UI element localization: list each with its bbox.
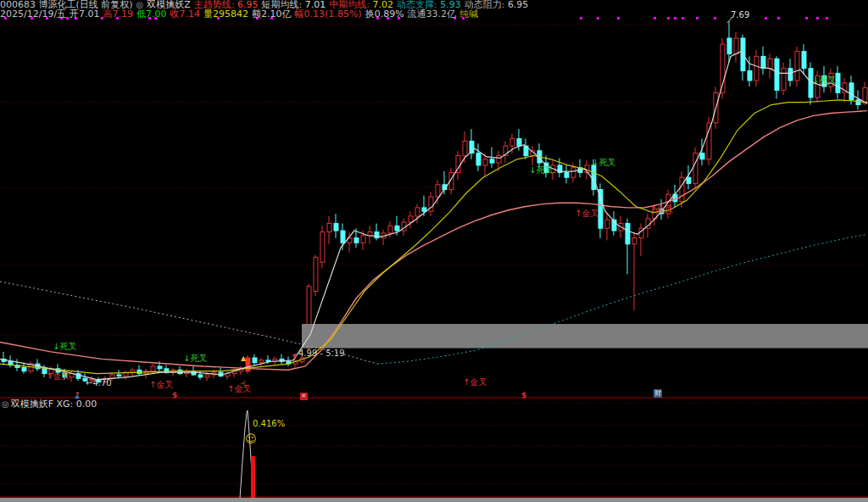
quote-field-3: 低7.00 bbox=[136, 8, 167, 20]
quote-field-8: 换0.89% bbox=[365, 8, 404, 20]
stock-chart-window: 000683 博源化工(日线 前复权)◎双模擒妖Z主趋势线: 6.95短期均线:… bbox=[0, 0, 868, 502]
info-line-2: 2025/12/19/五开7.01高7.19低7.00收7.14量295842额… bbox=[0, 9, 868, 19]
header-field-value-4: 6.95 bbox=[508, 0, 529, 10]
quote-field-7: 幅0.13(1.85%) bbox=[295, 8, 362, 20]
death-cross-label: ↓死叉 bbox=[53, 343, 76, 351]
death-cross-label: ↓死叉 bbox=[592, 159, 615, 167]
quote-field-5: 量295842 bbox=[203, 8, 248, 20]
quote-field-6: 额2.10亿 bbox=[252, 8, 292, 20]
death-cross-label: ↓死叉 bbox=[812, 76, 836, 85]
quote-field-2: 高7.19 bbox=[103, 8, 134, 20]
subpanel-xg-value: 0.00 bbox=[76, 399, 97, 410]
golden-cross-label: ↑金叉 bbox=[46, 372, 70, 381]
smiley-icon: ☺ bbox=[245, 435, 257, 443]
info-header: 000683 博源化工(日线 前复权)◎双模擒妖Z主趋势线: 6.95短期均线:… bbox=[0, 0, 868, 19]
death-cross-label: ↓死叉 bbox=[529, 166, 553, 175]
quote-field-0: 2025/12/19/五 bbox=[0, 8, 66, 20]
subpanel-indicator-name[interactable]: 双模擒妖F bbox=[11, 399, 53, 410]
spike-value-label: 0.416% bbox=[253, 420, 285, 428]
golden-cross-label: ↑金叉 bbox=[463, 378, 487, 387]
horizontal-scrollbar[interactable] bbox=[0, 498, 868, 502]
quote-field-10: 纯碱 bbox=[459, 8, 478, 20]
quote-field-9: 流通33.2亿 bbox=[408, 8, 457, 20]
box-range-label: 4.99 - 5.19 bbox=[298, 349, 345, 358]
dollar-icon: $ bbox=[172, 391, 177, 399]
cai-icon: 财 bbox=[654, 389, 662, 398]
walker-icon bbox=[75, 392, 80, 399]
subpanel-indicator-icon: ◎ bbox=[2, 399, 9, 409]
signal-triangle-icon: ▲ bbox=[241, 354, 246, 363]
golden-cross-label: ↑金叉 bbox=[149, 381, 173, 389]
quote-field-4: 收7.14 bbox=[170, 8, 201, 20]
box-diamond-icon: ◆ bbox=[292, 351, 297, 360]
dollar-icon: $ bbox=[521, 391, 526, 399]
hand-icon: ☝ bbox=[240, 380, 246, 388]
golden-cross-label: ↑金叉 bbox=[575, 209, 598, 218]
seal-icon: ✕ bbox=[300, 393, 308, 400]
subpanel-xg-label: XG: bbox=[57, 399, 74, 410]
quote-field-1: 开7.01 bbox=[70, 8, 100, 20]
death-cross-label: ↓死叉 bbox=[183, 354, 207, 363]
golden-cross-label: ↑金叉 bbox=[649, 205, 673, 214]
chart-overlay: ↓死叉↓死叉↓死叉↓死叉↓死叉↑金叉↑金叉↑金叉↑金叉↑金叉↑金叉7.69←4.… bbox=[0, 0, 868, 502]
subpanel-header: ◎双模擒妖F XG: 0.00 bbox=[2, 399, 97, 409]
low-price-label: ←4.70 bbox=[86, 379, 112, 388]
